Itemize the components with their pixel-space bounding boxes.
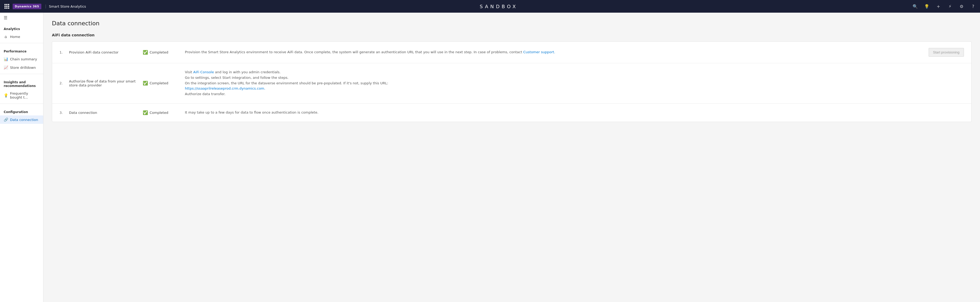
step-2-description: Visit AiFi Console and log in with you a…	[185, 70, 922, 97]
brand-logo[interactable]: Dynamics 365	[13, 4, 41, 9]
aifi-console-link[interactable]: AiFi Console	[193, 70, 214, 74]
step-2-name: Authorize flow of data from your smart s…	[69, 79, 143, 87]
help-icon[interactable]: ?	[969, 3, 977, 10]
sidebar-item-data-connection[interactable]: 🔗 Data connection	[0, 115, 43, 124]
svg-rect-7	[6, 8, 8, 9]
brand-area: Dynamics 365 Smart Store Analytics	[13, 4, 86, 9]
hamburger-menu[interactable]: ☰	[0, 13, 43, 23]
grid-menu-icon[interactable]	[3, 3, 11, 10]
step-2-status: ✅ Completed	[143, 81, 185, 86]
link-icon: 🔗	[4, 118, 8, 122]
main-content: Data connection AiFi data connection 1. …	[43, 13, 980, 302]
step-row-3: 3. Data connection ✅ Completed It may ta…	[52, 104, 971, 122]
step-1-description: Provision the Smart Store Analytics envi…	[185, 50, 922, 55]
step-2-check-icon: ✅	[143, 81, 148, 86]
chart-icon: 📊	[4, 57, 8, 61]
sidebar-item-chain-summary-label: Chain summary	[10, 57, 37, 61]
svg-rect-3	[5, 6, 6, 7]
sidebar-item-store-drilldown-label: Store drilldown	[10, 66, 36, 70]
svg-rect-4	[6, 6, 8, 7]
step-1-check-icon: ✅	[143, 50, 148, 55]
step-3-name: Data connection	[69, 111, 143, 115]
settings-icon[interactable]: ⚙	[958, 3, 965, 10]
svg-rect-6	[5, 8, 6, 9]
section-label-configuration: Configuration	[0, 106, 43, 115]
step-1-customer-support-link[interactable]: Customer support.	[523, 50, 555, 54]
sidebar-item-home[interactable]: ⌂ Home	[0, 32, 43, 41]
section-label-performance: Performance	[0, 45, 43, 55]
sidebar: ☰ Analytics ⌂ Home Performance 📊 Chain s…	[0, 13, 43, 302]
sandbox-label: SANDBOX	[86, 4, 912, 9]
svg-rect-1	[6, 4, 8, 5]
bulb-icon: 💡	[4, 93, 8, 97]
add-icon[interactable]: +	[935, 3, 942, 10]
steps-card: 1. Provision AiFi data connector ✅ Compl…	[52, 42, 972, 122]
step-3-number: 3.	[59, 111, 69, 115]
svg-rect-0	[5, 4, 6, 5]
search-icon[interactable]: 🔍	[912, 3, 919, 10]
step-3-status-label: Completed	[150, 111, 168, 115]
step-1-number: 1.	[59, 50, 69, 54]
page-title: Data connection	[52, 20, 972, 27]
trend-icon: 📈	[4, 66, 8, 70]
svg-rect-2	[8, 4, 10, 5]
divider-3	[0, 104, 43, 104]
sidebar-item-frequently-bought-label: Frequently bought t...	[10, 91, 40, 99]
step-2-status-label: Completed	[150, 81, 168, 85]
filter-icon[interactable]: ⚡	[946, 3, 954, 10]
sidebar-item-home-label: Home	[10, 35, 20, 39]
lightbulb-icon[interactable]: 💡	[923, 3, 931, 10]
step-1-name: Provision AiFi data connector	[69, 50, 143, 54]
nav-actions-area: 🔍 💡 + ⚡ ⚙ ?	[912, 3, 977, 10]
dataverse-url-link[interactable]: https://ssaaprilreleaseprod.crm.dynamics…	[185, 86, 265, 90]
start-provisioning-button[interactable]: Start provisioning	[929, 48, 964, 57]
section-label-analytics: Analytics	[0, 23, 43, 32]
step-1-status: ✅ Completed	[143, 50, 185, 55]
step-3-description: It may take up to a few days for data to…	[185, 110, 922, 115]
sidebar-item-data-connection-label: Data connection	[10, 118, 38, 122]
brand-subtitle: Smart Store Analytics	[46, 5, 86, 8]
top-navigation: Dynamics 365 Smart Store Analytics SANDB…	[0, 0, 980, 13]
sidebar-item-chain-summary[interactable]: 📊 Chain summary	[0, 55, 43, 63]
section-label-insights: Insights and recommendations	[0, 76, 43, 89]
svg-rect-8	[8, 8, 10, 9]
section-title: AiFi data connection	[52, 33, 972, 37]
step-1-status-label: Completed	[150, 50, 168, 54]
sidebar-item-store-drilldown[interactable]: 📈 Store drilldown	[0, 63, 43, 72]
step-row-1: 1. Provision AiFi data connector ✅ Compl…	[52, 42, 971, 63]
step-3-status: ✅ Completed	[143, 110, 185, 115]
home-icon: ⌂	[4, 35, 8, 39]
step-1-action: Start provisioning	[922, 48, 964, 57]
step-row-2: 2. Authorize flow of data from your smar…	[52, 63, 971, 104]
svg-rect-5	[8, 6, 10, 7]
step-2-number: 2.	[59, 81, 69, 85]
step-3-check-icon: ✅	[143, 110, 148, 115]
sidebar-item-frequently-bought[interactable]: 💡 Frequently bought t...	[0, 89, 43, 101]
